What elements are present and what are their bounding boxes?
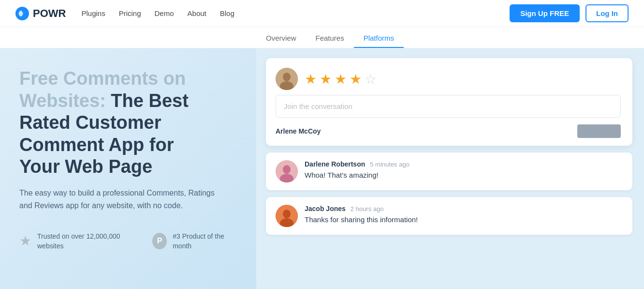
navbar: POWR Plugins Pricing Demo About Blog Sig… xyxy=(0,0,644,27)
logo[interactable]: POWR xyxy=(15,7,66,20)
comment-body-2: Jacob Jones 2 hours ago Thanks for shari… xyxy=(305,205,418,227)
star-1: ★ xyxy=(305,71,317,87)
avatar-darlene xyxy=(276,160,298,183)
trust-item-websites: ★ Trusted on over 12,000,000 websites xyxy=(19,232,135,251)
nav-right: Sign Up FREE Log In xyxy=(510,4,629,22)
nav-link-pricing[interactable]: Pricing xyxy=(119,9,141,17)
trust-item-producthunt: P #3 Product of the month xyxy=(152,232,237,251)
comment-input[interactable]: Join the conversation xyxy=(276,95,621,118)
avatar-jacob xyxy=(276,205,298,227)
comment-text-1: Whoa! That's amazing! xyxy=(305,171,410,179)
producthunt-icon: P xyxy=(152,233,167,249)
comment-card-1: Darlene Robertson 5 minutes ago Whoa! Th… xyxy=(266,152,632,190)
comment-card-2: Jacob Jones 2 hours ago Thanks for shari… xyxy=(266,197,632,235)
tab-overview[interactable]: Overview xyxy=(256,29,306,48)
nav-link-demo[interactable]: Demo xyxy=(155,9,174,17)
comment-time-2: 2 hours ago xyxy=(351,205,384,213)
star-3: ★ xyxy=(335,71,347,87)
right-panel: ★ ★ ★ ★ ☆ Join the conversation Arlene M… xyxy=(256,48,644,289)
hero-section: Free Comments onWebsites: The BestRated … xyxy=(0,48,256,289)
comment-meta-2: Jacob Jones 2 hours ago xyxy=(305,205,418,213)
avatar-image-1 xyxy=(276,68,298,90)
main-content: Free Comments onWebsites: The BestRated … xyxy=(0,48,644,289)
nav-left: POWR Plugins Pricing Demo About Blog xyxy=(15,7,234,20)
star-rating[interactable]: ★ ★ ★ ★ ☆ xyxy=(305,71,377,87)
trust-text-websites: Trusted on over 12,000,000 websites xyxy=(37,232,135,251)
avatar-image-3 xyxy=(276,205,298,227)
commenter-name: Arlene McCoy xyxy=(276,127,321,135)
star-2: ★ xyxy=(320,71,332,87)
nav-link-about[interactable]: About xyxy=(188,9,206,17)
star-4: ★ xyxy=(350,71,362,87)
subnav: Overview Features Platforms xyxy=(0,27,644,48)
nav-link-blog[interactable]: Blog xyxy=(220,9,234,17)
comment-text-2: Thanks for sharing this information! xyxy=(305,215,418,224)
trust-text-producthunt: #3 Product of the month xyxy=(173,232,237,251)
comment-app-widget: ★ ★ ★ ★ ☆ Join the conversation Arlene M… xyxy=(266,58,632,146)
commenter-row: Arlene McCoy xyxy=(276,124,621,138)
powr-logo-icon xyxy=(15,7,29,20)
comment-author-2: Jacob Jones xyxy=(305,205,346,213)
comment-body-1: Darlene Robertson 5 minutes ago Whoa! Th… xyxy=(305,160,410,183)
top-avatar-row: ★ ★ ★ ★ ☆ xyxy=(276,68,621,90)
avatar-image-2 xyxy=(276,160,298,183)
star-5: ☆ xyxy=(365,71,377,87)
trust-row: ★ Trusted on over 12,000,000 websites P … xyxy=(19,232,237,251)
svg-point-5 xyxy=(283,165,291,174)
hero-title-faded: Free Comments onWebsites: xyxy=(19,68,186,111)
signup-button[interactable]: Sign Up FREE xyxy=(510,4,580,22)
logo-text: POWR xyxy=(33,7,66,20)
tab-platforms[interactable]: Platforms xyxy=(354,29,404,48)
hero-subtitle: The easy way to build a professional Com… xyxy=(19,187,227,212)
submit-button-placeholder[interactable] xyxy=(577,124,621,138)
svg-point-2 xyxy=(283,73,291,81)
top-commenter-avatar xyxy=(276,68,298,90)
star-icon: ★ xyxy=(19,233,31,249)
login-button[interactable]: Log In xyxy=(585,4,629,22)
comment-meta-1: Darlene Robertson 5 minutes ago xyxy=(305,160,410,168)
comment-author-1: Darlene Robertson xyxy=(305,160,365,168)
tab-features[interactable]: Features xyxy=(306,29,354,48)
comment-time-1: 5 minutes ago xyxy=(370,161,410,168)
nav-link-plugins[interactable]: Plugins xyxy=(81,9,105,17)
svg-point-8 xyxy=(283,210,291,218)
nav-links: Plugins Pricing Demo About Blog xyxy=(81,9,234,17)
hero-title: Free Comments onWebsites: The BestRated … xyxy=(19,68,237,178)
